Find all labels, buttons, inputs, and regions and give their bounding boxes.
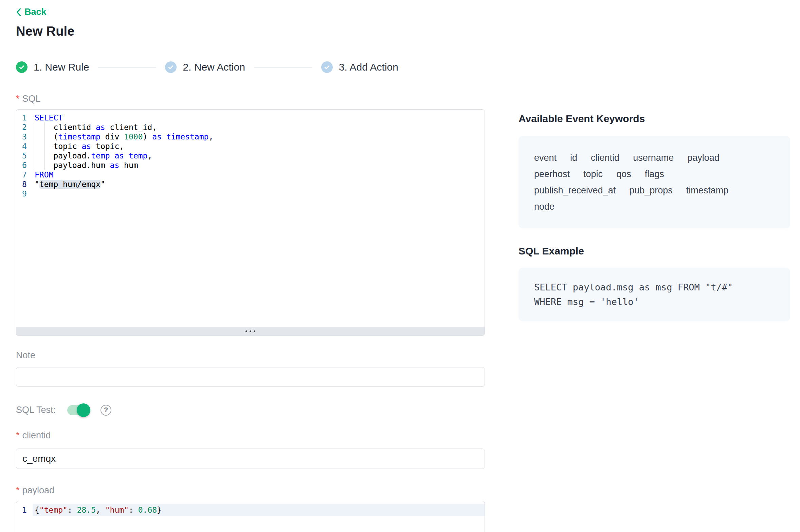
- help-icon[interactable]: ?: [101, 405, 111, 416]
- editor-resize-handle[interactable]: [16, 327, 485, 336]
- line-number: 8: [16, 179, 33, 189]
- event-keyword: payload: [687, 150, 720, 166]
- event-keyword: qos: [616, 166, 631, 182]
- line-number: 5: [16, 151, 33, 160]
- clientid-field-label: * clientid: [16, 430, 485, 441]
- payload-code-area[interactable]: 1{"temp": 28.5, "hum": 0.68}: [16, 501, 485, 516]
- sql-test-row: SQL Test: ?: [16, 403, 485, 417]
- indent-guide: [35, 132, 35, 141]
- line-content: payload.hum as hum: [33, 160, 485, 170]
- step-item-3: 3. Add Action: [321, 61, 398, 73]
- code-line: 1SELECT: [16, 113, 485, 122]
- event-keyword: event: [534, 150, 557, 166]
- event-keyword: flags: [645, 166, 664, 182]
- sql-code-area[interactable]: 1SELECT2 clientid as client_id,3 (timest…: [16, 110, 485, 327]
- indent-guide: [44, 141, 45, 151]
- line-content: "temp_hum/emqx": [33, 179, 485, 189]
- indent-guide: [35, 160, 35, 170]
- sql-field-label: * SQL: [16, 94, 485, 104]
- ellipsis-icon: [250, 330, 251, 332]
- step-check-icon: [165, 61, 177, 73]
- event-keyword: publish_received_at: [534, 182, 616, 198]
- line-content: SELECT: [33, 113, 485, 122]
- line-number: 6: [16, 160, 33, 170]
- sql-example-card: SELECT payload.msg as msg FROM "t/#"WHER…: [519, 268, 790, 321]
- back-link[interactable]: Back: [16, 7, 47, 17]
- step-connector: [98, 67, 156, 68]
- line-number: 3: [16, 132, 33, 141]
- required-asterisk: *: [16, 430, 20, 441]
- line-content: FROM: [33, 170, 485, 179]
- event-keyword: topic: [583, 166, 603, 182]
- line-number: 1: [16, 113, 33, 122]
- line-content: clientid as client_id,: [33, 122, 485, 132]
- code-line: 9: [16, 189, 485, 198]
- clientid-input[interactable]: [16, 449, 485, 469]
- indent-guide: [44, 132, 45, 141]
- line-content: {"temp": 28.5, "hum": 0.68}: [33, 504, 485, 516]
- back-label: Back: [24, 7, 47, 17]
- page-title: New Rule: [16, 24, 485, 39]
- chevron-left-icon: [16, 8, 21, 17]
- code-line: 5 payload.temp as temp,: [16, 151, 485, 160]
- keyword-row: publish_received_atpub_propstimestamp: [534, 182, 775, 198]
- note-field-label: Note: [16, 350, 485, 361]
- line-number: 9: [16, 189, 33, 198]
- code-line: 3 (timestamp div 1000) as timestamp,: [16, 132, 485, 141]
- event-keyword: clientid: [591, 150, 619, 166]
- indent-guide: [35, 151, 35, 160]
- keywords-title: Available Event Keywords: [519, 113, 790, 125]
- ellipsis-icon: [254, 330, 255, 332]
- required-asterisk: *: [16, 485, 20, 496]
- code-line: 2 clientid as client_id,: [16, 122, 485, 132]
- step-item-2: 2. New Action: [165, 61, 245, 73]
- required-asterisk: *: [16, 94, 20, 104]
- step-label: 3. Add Action: [339, 61, 398, 73]
- stepper: 1. New Rule 2. New Action 3. Add Action: [16, 61, 485, 73]
- event-keyword: node: [534, 198, 554, 215]
- sql-example-line: SELECT payload.msg as msg FROM "t/#": [534, 280, 775, 294]
- code-line: 8"temp_hum/emqx": [16, 179, 485, 189]
- code-line: 1{"temp": 28.5, "hum": 0.68}: [16, 504, 485, 516]
- sql-test-toggle[interactable]: [67, 405, 89, 415]
- step-item-1: 1. New Rule: [16, 61, 89, 73]
- indent-guide: [44, 122, 45, 132]
- code-line: 6 payload.hum as hum: [16, 160, 485, 170]
- event-keyword: pub_props: [629, 182, 673, 198]
- side-column: Available Event Keywords eventidclientid…: [519, 113, 790, 321]
- event-keyword: peerhost: [534, 166, 570, 182]
- line-number: 7: [16, 170, 33, 179]
- keyword-row: node: [534, 198, 775, 215]
- sql-editor[interactable]: 1SELECT2 clientid as client_id,3 (timest…: [16, 109, 485, 336]
- indent-guide: [44, 151, 45, 160]
- indent-guide: [35, 122, 35, 132]
- code-line: 7FROM: [16, 170, 485, 179]
- step-connector: [254, 67, 312, 68]
- step-check-icon: [16, 61, 28, 73]
- step-label: 1. New Rule: [34, 61, 89, 73]
- line-content: payload.temp as temp,: [33, 151, 485, 160]
- indent-guide: [44, 160, 45, 170]
- step-check-icon: [321, 61, 333, 73]
- line-number: 2: [16, 122, 33, 132]
- indent-guide: [35, 141, 35, 151]
- sql-test-label: SQL Test:: [16, 405, 56, 415]
- line-number: 4: [16, 141, 33, 151]
- payload-field-label: * payload: [16, 485, 485, 496]
- keyword-row: peerhosttopicqosflags: [534, 166, 775, 182]
- sql-example-title: SQL Example: [519, 245, 790, 257]
- ellipsis-icon: [246, 330, 247, 332]
- code-line: 4 topic as topic,: [16, 141, 485, 151]
- line-content: (timestamp div 1000) as timestamp,: [33, 132, 485, 141]
- toggle-knob: [77, 403, 90, 417]
- event-keyword: username: [633, 150, 674, 166]
- step-label: 2. New Action: [183, 61, 245, 73]
- new-rule-page: Back New Rule 1. New Rule 2. New Action: [0, 0, 800, 532]
- sql-example-line: WHERE msg = 'hello': [534, 294, 775, 309]
- payload-editor[interactable]: 1{"temp": 28.5, "hum": 0.68}: [16, 501, 485, 532]
- line-content: [33, 189, 485, 198]
- line-content: topic as topic,: [33, 141, 485, 151]
- note-input[interactable]: [16, 367, 485, 387]
- keyword-row: eventidclientidusernamepayload: [534, 150, 775, 166]
- main-column: Back New Rule 1. New Rule 2. New Action: [16, 7, 485, 532]
